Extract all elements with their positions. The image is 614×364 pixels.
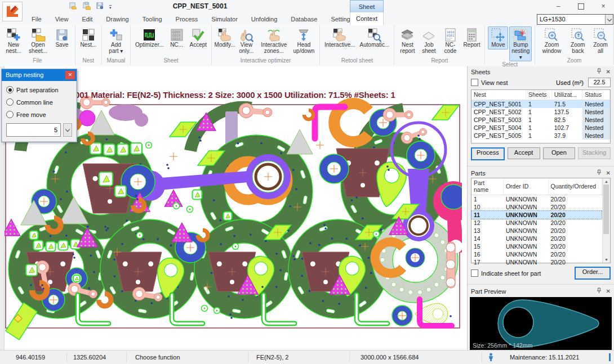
ribbon-button-label: Zoom back bbox=[568, 42, 588, 55]
ribbon-button-zoom-all[interactable]: Zoom all bbox=[590, 26, 611, 56]
ribbon-button-nest-report[interactable]: Nest report bbox=[397, 26, 417, 56]
order-button[interactable]: Order... bbox=[575, 267, 611, 280]
ribbon-button-interactive[interactable]: Interactive... bbox=[323, 26, 357, 50]
table-row[interactable]: 17UNKNOWN20/20 bbox=[471, 258, 602, 266]
minimize-button[interactable]: – bbox=[552, 2, 564, 10]
table-row[interactable]: 14UNKNOWN20/20 bbox=[471, 235, 602, 242]
table-row[interactable]: CPP_NEST_5001171.5Nested bbox=[471, 100, 610, 109]
menu-item-view[interactable]: View bbox=[48, 16, 75, 23]
radio-icon[interactable] bbox=[6, 98, 14, 106]
sheets-table[interactable]: NestSheetsUtilizat...StatusCPP_NEST_5001… bbox=[471, 89, 611, 143]
checkbox-icon[interactable] bbox=[471, 269, 478, 277]
contextual-tab-sheet[interactable]: Sheet bbox=[350, 0, 384, 13]
scroll-up-icon[interactable]: ▲ bbox=[604, 178, 608, 185]
quick-access-toolbar: ▾ bbox=[69, 2, 112, 12]
ribbon-button-new-nest[interactable]: New nest... bbox=[3, 26, 24, 56]
view-nest-checkbox[interactable]: View nest bbox=[471, 79, 508, 86]
table-row[interactable]: CPP_NEST_5003182.5Nested bbox=[471, 116, 610, 124]
ribbon-button-save[interactable]: Save bbox=[52, 26, 72, 50]
bump-step-input[interactable] bbox=[6, 123, 61, 137]
ribbon-button-report[interactable]: Report bbox=[461, 26, 482, 50]
close-icon[interactable]: ✕ bbox=[606, 69, 611, 75]
ribbon-button-interactive-zones[interactable]: Interactive zones... bbox=[258, 26, 290, 56]
ribbon-button-optimizer[interactable]: Optimizer... bbox=[134, 26, 166, 50]
bump-step-dropdown[interactable] bbox=[63, 123, 72, 137]
menu-item-unfolding[interactable]: Unfolding bbox=[244, 16, 284, 23]
menu-item-drawing[interactable]: Drawing bbox=[99, 16, 135, 23]
menu-item-tooling[interactable]: Tooling bbox=[136, 16, 169, 23]
ribbon-button-label: Save bbox=[55, 42, 68, 48]
material-combobox[interactable]: LG+1530 bbox=[537, 14, 613, 25]
menu-item-file[interactable]: File bbox=[25, 16, 48, 23]
pin-icon[interactable] bbox=[597, 287, 602, 295]
ribbon-button-accept[interactable]: Accept bbox=[188, 26, 209, 50]
ribbon-button-nc-code[interactable]: 10100101NC-code bbox=[440, 26, 460, 56]
ribbon-button-view-only[interactable]: View only... bbox=[236, 26, 257, 56]
table-header[interactable]: NestSheetsUtilizat...Status bbox=[471, 90, 610, 100]
part-preview: Size: 256mm * 142mm bbox=[470, 297, 612, 350]
dialog-title-bar[interactable]: Bump nesting ✕ bbox=[2, 69, 77, 81]
maximize-button[interactable] bbox=[575, 3, 587, 10]
app-logo[interactable] bbox=[2, 2, 23, 21]
ribbon-button-nest[interactable]: Nest... bbox=[78, 26, 99, 50]
scrollbar-thumb[interactable] bbox=[603, 185, 609, 234]
status-material: FE(N2-5), 2 bbox=[256, 354, 288, 361]
parts-table[interactable]: Part nameOrder IDQuantity/Ordered1UNKNOW… bbox=[471, 178, 611, 263]
ribbon-button-zoom-back[interactable]: Zoom back bbox=[567, 26, 589, 56]
menu-item-database[interactable]: Database bbox=[284, 16, 324, 23]
table-row[interactable]: CPP_NEST_50041102.7Nested bbox=[471, 124, 610, 132]
pin-icon[interactable] bbox=[597, 169, 602, 177]
ribbon-button-add-part[interactable]: Add part ▾ bbox=[105, 26, 127, 56]
ribbon-button-head-up-down[interactable]: Head up/down bbox=[291, 26, 317, 56]
ribbon-button-move[interactable]: Move bbox=[488, 26, 508, 50]
accept-button[interactable]: Accept bbox=[508, 147, 540, 159]
parts-scrollbar[interactable]: ▲ ▼ bbox=[602, 178, 610, 263]
combobox-dropdown-icon[interactable] bbox=[605, 15, 613, 24]
table-header[interactable]: Part nameOrder IDQuantity/Ordered bbox=[471, 178, 602, 195]
radio-free-move[interactable]: Free move bbox=[6, 111, 72, 118]
menu-item-simulator[interactable]: Simulator bbox=[204, 16, 244, 23]
bump-nesting-dialog: Bump nesting ✕ Part separation Common li… bbox=[1, 69, 77, 142]
pin-icon[interactable] bbox=[597, 68, 602, 75]
checkbox-icon[interactable] bbox=[471, 79, 478, 86]
radio-icon[interactable] bbox=[6, 86, 14, 93]
process-button[interactable]: Process bbox=[471, 147, 505, 160]
table-row[interactable]: 10UNKNOWN20/20 bbox=[471, 203, 602, 211]
status-caret bbox=[609, 353, 611, 361]
indicate-sheet-checkbox[interactable]: Indicate sheet for part bbox=[471, 269, 541, 277]
save-as-icon[interactable] bbox=[69, 2, 77, 12]
ribbon-button-nc[interactable]: G00XG02XG01XNC... bbox=[167, 26, 187, 50]
ribbon-button-open-sheet[interactable]: Open sheet... bbox=[25, 26, 51, 56]
ribbon-group-file: New nest...Open sheet...SaveFile bbox=[0, 25, 75, 65]
table-row[interactable]: 12UNKNOWN20/20 bbox=[471, 219, 602, 227]
ribbon-button-zoom-window[interactable]: Zoom window bbox=[538, 26, 566, 56]
menu-item-process[interactable]: Process bbox=[169, 16, 205, 23]
scroll-down-icon[interactable]: ▼ bbox=[604, 257, 608, 263]
ribbon-tab-context[interactable]: Context bbox=[350, 12, 384, 26]
dialog-close-icon[interactable]: ✕ bbox=[65, 71, 75, 79]
ribbon-button-label: Head up/down bbox=[293, 42, 315, 55]
close-icon[interactable]: ✕ bbox=[606, 288, 611, 294]
radio-common-line[interactable]: Common line bbox=[6, 98, 72, 106]
table-row[interactable]: 16UNKNOWN20/20 bbox=[471, 250, 602, 258]
table-row[interactable]: 15UNKNOWN20/20 bbox=[471, 242, 602, 250]
menu-item-edit[interactable]: Edit bbox=[75, 16, 99, 23]
ribbon-button-job-sheet[interactable]: Job sheet bbox=[419, 26, 439, 56]
ribbon-button-automatic[interactable]: Automatic... bbox=[358, 26, 391, 50]
table-row[interactable]: 11UNKNOWN20/20 bbox=[471, 211, 602, 219]
open-button[interactable]: Open bbox=[543, 147, 576, 159]
close-button[interactable]: × bbox=[597, 2, 609, 10]
status-sheet-size: 3000.000 x 1566.684 bbox=[361, 354, 419, 361]
close-icon[interactable]: ✕ bbox=[606, 170, 611, 176]
radio-part-separation[interactable]: Part separation bbox=[6, 86, 72, 93]
save-small-icon[interactable] bbox=[96, 2, 104, 12]
customize-toolbar-icon[interactable]: ▾ bbox=[109, 5, 112, 9]
table-row[interactable]: CPP_NEST_5005137.9Nested bbox=[471, 132, 610, 140]
table-row[interactable]: 13UNKNOWN20/20 bbox=[471, 227, 602, 235]
radio-icon[interactable] bbox=[6, 111, 14, 118]
ribbon-button-modify[interactable]: Modify... bbox=[215, 26, 235, 50]
preview-icon[interactable] bbox=[82, 2, 91, 12]
ribbon-button-bump-nesting[interactable]: Bump nesting ▾ bbox=[509, 26, 532, 61]
table-row[interactable]: 1UNKNOWN20/20 bbox=[471, 195, 602, 204]
table-row[interactable]: CPP_NEST_50021137.5Nested bbox=[471, 108, 610, 116]
